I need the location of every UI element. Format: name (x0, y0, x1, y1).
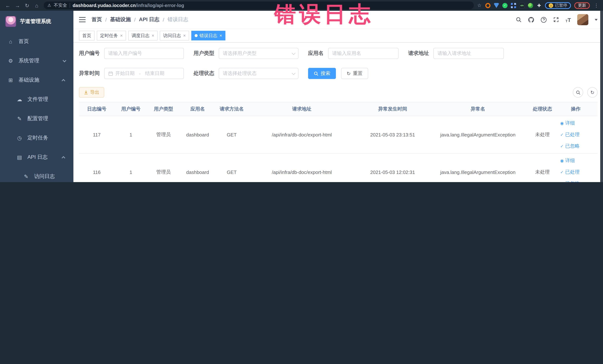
processed-link[interactable]: ✓已处理 (560, 169, 580, 176)
tab-home[interactable]: 首页 (79, 31, 94, 40)
chevron-down-icon[interactable] (595, 19, 598, 21)
field-label: 异常时间 (79, 70, 100, 77)
check-icon: ✓ (560, 170, 564, 175)
refresh-table-button[interactable]: ↻ (587, 87, 598, 97)
sidebar-logo[interactable]: 芋道管理系统 (0, 11, 73, 32)
date-range-input[interactable]: 开始日期 - 结束日期 (104, 68, 184, 79)
active-dot (195, 34, 197, 37)
user-id-input[interactable]: 请输入用户编号 (104, 48, 184, 59)
breadcrumb-item[interactable]: API 日志 (139, 16, 159, 23)
sidebar-item-api-log[interactable]: ▤ API 日志 (0, 148, 73, 167)
github-icon[interactable] (528, 16, 534, 23)
ignored-link[interactable]: ✓已忽略 (560, 180, 580, 182)
refresh-icon: ↻ (347, 71, 351, 76)
column-header-time: 异常发生时间 (356, 106, 430, 112)
detail-link[interactable]: ◉详细 (560, 157, 575, 164)
chevron-down-icon (292, 51, 295, 55)
user-type-select[interactable]: 请选择用户类型 (219, 48, 299, 59)
start-date-placeholder: 开始日期 (115, 70, 135, 77)
address-bar[interactable]: ⚠ 不安全 dashboard.yudao.iocoder.cn/infra/l… (44, 1, 474, 9)
security-label: 不安全 (54, 2, 67, 9)
security-warning-icon: ⚠ (47, 3, 51, 8)
extension-grid-icon[interactable] (511, 3, 516, 8)
tab-scheduled-jobs[interactable]: 定时任务 × (97, 31, 126, 40)
sidebar-item-label: 访问日志 (34, 173, 55, 180)
breadcrumb-item[interactable]: 基础设施 (110, 16, 131, 23)
breadcrumb-separator: / (163, 17, 164, 23)
browser-home-icon[interactable]: ⌂ (32, 1, 42, 10)
close-icon[interactable]: × (120, 33, 123, 38)
sidebar-item-config-management[interactable]: ✎ 配置管理 (0, 109, 73, 128)
search-button[interactable]: 搜索 (308, 68, 336, 79)
sidebar-item-home[interactable]: ⌂ 首页 (0, 32, 73, 51)
extensions-puzzle-icon[interactable]: ✚ (536, 3, 542, 8)
ignored-link[interactable]: ✓已忽略 (560, 143, 580, 150)
scrollbar-thumb[interactable] (600, 11, 603, 182)
sidebar-item-access-log[interactable]: ✎ 访问日志 (0, 167, 73, 182)
processed-link[interactable]: ✓已处理 (560, 131, 580, 138)
filter-request-url: 请求地址 请输入请求地址 (408, 48, 504, 59)
close-icon[interactable]: × (183, 33, 186, 38)
forward-icon[interactable]: → (13, 1, 22, 10)
browser-menu-icon[interactable]: ⋮ (593, 3, 600, 8)
placeholder: 请选择用户类型 (223, 50, 256, 57)
extension-orange-icon[interactable] (485, 3, 490, 8)
logo-image (5, 16, 16, 27)
sidebar-item-infrastructure[interactable]: ⊞ 基础设施 (0, 70, 73, 90)
toggle-search-button[interactable] (573, 87, 583, 97)
request-url-input[interactable]: 请输入请求地址 (433, 48, 504, 59)
cell-user_id: 1 (115, 169, 147, 175)
fullscreen-icon[interactable] (553, 17, 559, 23)
check-icon: ✓ (560, 132, 564, 137)
main-area: 首页 / 基础设施 / API 日志 / 错误日志 (73, 11, 603, 182)
page-content: 用户编号 请输入用户编号 用户类型 请选择用户类型 应用名 (73, 43, 603, 182)
avatar[interactable] (577, 14, 588, 25)
close-icon[interactable]: × (220, 33, 222, 38)
sidebar-item-label: 首页 (19, 38, 29, 45)
tab-access-log[interactable]: 访问日志 × (160, 31, 189, 40)
filter-user-id: 用户编号 请输入用户编号 (79, 48, 184, 59)
back-icon[interactable]: ← (3, 1, 13, 10)
reload-icon[interactable]: ↻ (22, 1, 32, 10)
close-icon[interactable]: × (152, 33, 154, 38)
export-button-label: 导出 (90, 89, 99, 95)
export-button[interactable]: 导出 (79, 87, 104, 97)
sidebar-item-file-management[interactable]: ☁ 文件管理 (0, 90, 73, 109)
app-name-input[interactable]: 请输入应用名 (328, 48, 399, 59)
sidebar-item-system-management[interactable]: ⚙ 系统管理 (0, 51, 73, 70)
field-label: 应用名 (308, 50, 324, 57)
extension-leaf-icon[interactable] (528, 3, 533, 8)
tab-error-log[interactable]: 错误日志 × (191, 31, 225, 40)
toolbar-right: ↻ (573, 87, 598, 97)
filter-app-name: 应用名 请输入应用名 (308, 48, 399, 59)
extension-shield-icon[interactable] (494, 3, 499, 8)
cell-time: 2021-05-03 12:02:31 (356, 169, 430, 175)
tab-schedule-log[interactable]: 调度日志 × (128, 31, 158, 40)
sidebar-item-scheduled-jobs[interactable]: ◷ 定时任务 (0, 128, 73, 148)
sidebar-menu: ⌂ 首页 ⚙ 系统管理 ⊞ 基础设施 ☁ 文件管理 (0, 32, 73, 182)
filter-exception-time: 异常时间 开始日期 - 结束日期 (79, 68, 184, 79)
reset-button[interactable]: ↻ 重置 (341, 68, 368, 79)
extension-on-icon[interactable]: on (519, 3, 525, 8)
cell-method: GET (215, 132, 248, 137)
paused-badge[interactable]: ☺ 已暂停 (545, 2, 571, 9)
process-status-select[interactable]: 请选择处理状态 (219, 68, 299, 79)
update-button[interactable]: 更新 (574, 2, 590, 9)
search-icon[interactable] (516, 17, 522, 23)
field-label: 用户编号 (79, 50, 100, 57)
gear-icon: ⚙ (7, 58, 14, 64)
extension-check-icon[interactable]: ✓ (502, 3, 508, 8)
hamburger-icon[interactable] (79, 17, 86, 22)
placeholder: 请输入请求地址 (438, 50, 471, 57)
font-size-icon[interactable]: TT (566, 16, 571, 23)
breadcrumb-item[interactable]: 首页 (92, 16, 102, 23)
bookmark-star-icon[interactable]: ☆ (477, 3, 482, 8)
update-button-label: 更新 (578, 3, 586, 8)
cell-url: /api/infra/db-doc/export-html (248, 132, 356, 137)
eye-icon: ◉ (560, 121, 564, 126)
search-icon (314, 71, 318, 76)
column-header-actions: 操作 (559, 106, 593, 112)
sidebar-item-label: 系统管理 (19, 58, 39, 64)
help-icon[interactable] (541, 16, 547, 23)
detail-link[interactable]: ◉详细 (560, 120, 575, 127)
